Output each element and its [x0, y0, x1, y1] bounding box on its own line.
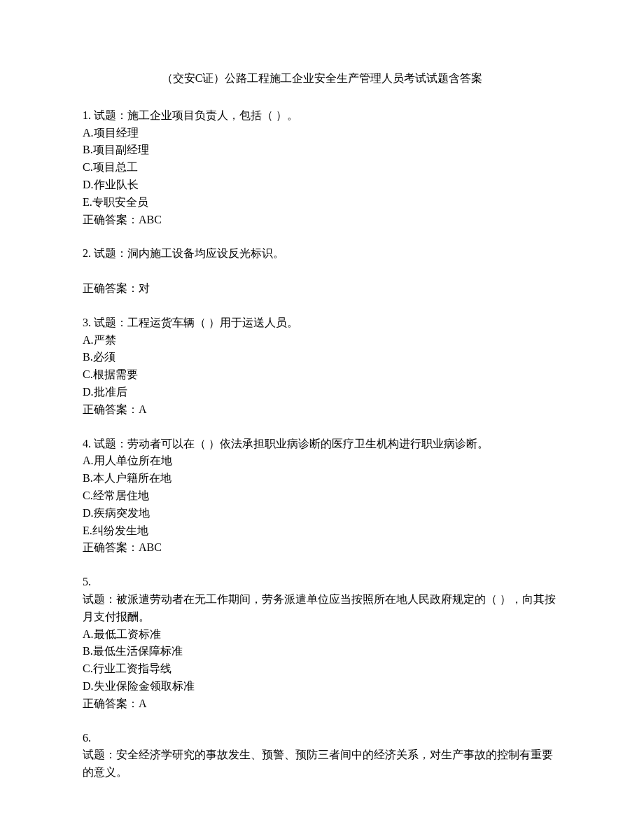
- question-4: 4. 试题：劳动者可以在（ ）依法承担职业病诊断的医疗卫生机构进行职业病诊断。 …: [83, 436, 561, 557]
- blank-line: [83, 263, 561, 280]
- question-number: 5.: [83, 574, 561, 591]
- option: A.最低工资标准: [83, 626, 561, 644]
- question-5: 5. 试题：被派遣劳动者在无工作期间，劳务派遣单位应当按照所在地人民政府规定的（…: [83, 574, 561, 712]
- question-3: 3. 试题：工程运货车辆（ ）用于运送人员。 A.严禁 B.必须 C.根据需要 …: [83, 314, 561, 419]
- option: C.根据需要: [83, 366, 561, 384]
- option: D.疾病突发地: [83, 505, 561, 522]
- option: A.项目经理: [83, 125, 561, 142]
- option: D.失业保险金领取标准: [83, 678, 561, 695]
- option: B.最低生活保障标准: [83, 643, 561, 660]
- option: D.批准后: [83, 384, 561, 401]
- question-header: 试题：安全经济学研究的事故发生、预警、预防三者间中的经济关系，对生产事故的控制有…: [83, 746, 561, 781]
- option: C.经常居住地: [83, 487, 561, 505]
- question-2: 2. 试题：洞内施工设备均应设反光标识。 正确答案：对: [83, 245, 561, 297]
- option: C.项目总工: [83, 159, 561, 176]
- option: A.严禁: [83, 332, 561, 349]
- option: B.本人户籍所在地: [83, 470, 561, 487]
- option: D.作业队长: [83, 176, 561, 194]
- question-header: 2. 试题：洞内施工设备均应设反光标识。: [83, 245, 561, 263]
- document-page: （交安C证）公路工程施工企业安全生产管理人员考试试题含答案 1. 试题：施工企业…: [0, 0, 644, 834]
- question-header: 3. 试题：工程运货车辆（ ）用于运送人员。: [83, 314, 561, 332]
- question-number: 6.: [83, 730, 561, 747]
- option: E.纠纷发生地: [83, 522, 561, 540]
- answer: 正确答案：A: [83, 695, 561, 713]
- option: B.项目副经理: [83, 141, 561, 159]
- question-6: 6. 试题：安全经济学研究的事故发生、预警、预防三者间中的经济关系，对生产事故的…: [83, 730, 561, 781]
- answer: 正确答案：ABC: [83, 539, 561, 557]
- document-title: （交安C证）公路工程施工企业安全生产管理人员考试试题含答案: [83, 70, 561, 88]
- option: E.专职安全员: [83, 194, 561, 211]
- answer: 正确答案：ABC: [83, 211, 561, 229]
- question-header: 4. 试题：劳动者可以在（ ）依法承担职业病诊断的医疗卫生机构进行职业病诊断。: [83, 436, 561, 453]
- question-1: 1. 试题：施工企业项目负责人，包括（ ）。 A.项目经理 B.项目副经理 C.…: [83, 107, 561, 229]
- option: B.必须: [83, 349, 561, 366]
- option: C.行业工资指导线: [83, 660, 561, 678]
- question-header: 试题：被派遣劳动者在无工作期间，劳务派遣单位应当按照所在地人民政府规定的（ ），…: [83, 591, 561, 626]
- option: A.用人单位所在地: [83, 452, 561, 470]
- answer: 正确答案：A: [83, 401, 561, 419]
- question-header: 1. 试题：施工企业项目负责人，包括（ ）。: [83, 107, 561, 125]
- answer: 正确答案：对: [83, 280, 561, 298]
